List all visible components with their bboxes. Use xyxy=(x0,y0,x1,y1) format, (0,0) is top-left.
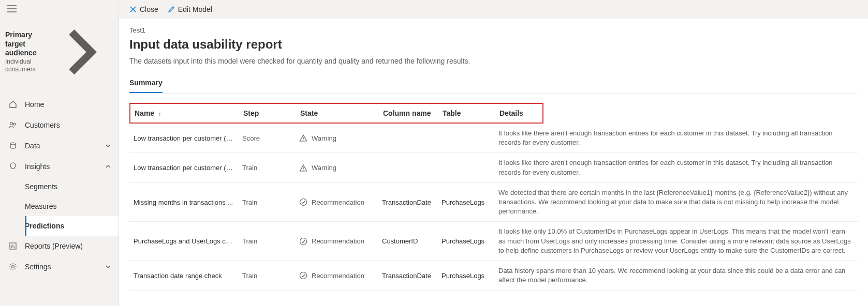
report-table: Name ↑ Step State Column name Table Deta… xyxy=(129,103,858,290)
cell-state: Warning xyxy=(295,159,378,177)
audience-title: Primary target audience xyxy=(5,30,52,58)
table-row[interactable]: Low transaction per customer (s...Score … xyxy=(129,124,858,153)
edit-model-button[interactable]: Edit Model xyxy=(168,5,212,13)
nav-home[interactable]: Home xyxy=(0,94,119,115)
col-header-column-name[interactable]: Column name xyxy=(379,104,438,123)
page-description: The datasets input into this model were … xyxy=(129,57,858,65)
breadcrumb: Test1 xyxy=(129,26,858,34)
cell-name: Low transaction per customer (s... xyxy=(129,159,238,177)
state-text: Recommendation xyxy=(312,198,364,206)
close-label: Close xyxy=(140,5,158,13)
gear-icon xyxy=(8,262,18,271)
chevron-right-icon xyxy=(52,22,111,82)
main: Close Edit Model Test1 Input data usabil… xyxy=(119,0,868,306)
cell-details: It looks like there aren't enough transa… xyxy=(494,124,858,152)
cell-details: It looks like there aren't enough transa… xyxy=(494,153,858,182)
cell-step: Train xyxy=(238,159,295,177)
check-circle-icon xyxy=(299,271,307,280)
edit-icon xyxy=(168,6,175,13)
nav-reports[interactable]: Reports (Preview) xyxy=(0,236,119,256)
close-button[interactable]: Close xyxy=(129,5,158,13)
cell-table xyxy=(437,163,494,173)
svg-point-9 xyxy=(300,272,307,279)
cell-name: PurchaseLogs and UserLogs cus... xyxy=(129,232,238,250)
tab-summary[interactable]: Summary xyxy=(129,74,163,93)
cell-column-name xyxy=(378,163,437,173)
cell-state: Recommendation xyxy=(295,232,378,251)
svg-point-2 xyxy=(10,143,16,145)
nav-customers[interactable]: Customers xyxy=(0,115,119,135)
cell-details: Data history spans more than 10 years. W… xyxy=(494,261,858,290)
nav-measures[interactable]: Measures xyxy=(25,196,119,216)
nav-home-label: Home xyxy=(25,100,111,109)
cell-column-name: TransactionDate xyxy=(378,193,437,211)
col-header-table[interactable]: Table xyxy=(438,104,495,123)
table-row[interactable]: Transaction date range checkTrain Recomm… xyxy=(129,261,858,290)
table-row[interactable]: Missing months in transactions ...Train … xyxy=(129,183,858,222)
close-icon xyxy=(129,6,137,13)
svg-point-4 xyxy=(12,266,14,268)
home-icon xyxy=(8,100,18,109)
col-header-details[interactable]: Details xyxy=(495,104,527,123)
nav-insights[interactable]: Insights xyxy=(0,156,119,177)
sidebar: Primary target audience Individual consu… xyxy=(0,0,119,306)
nav-predictions[interactable]: Predictions xyxy=(25,216,119,236)
svg-point-5 xyxy=(303,140,303,140)
hamburger-icon xyxy=(7,5,17,12)
svg-point-1 xyxy=(13,123,16,125)
cell-details: It looks like only 10.0% of CustomerIDs … xyxy=(494,222,858,261)
svg-point-8 xyxy=(300,238,307,244)
svg-point-6 xyxy=(303,170,303,170)
col-header-step[interactable]: Step xyxy=(239,104,296,123)
cell-column-name xyxy=(378,133,437,143)
nav-segments[interactable]: Segments xyxy=(25,177,119,196)
nav: Home Customers Data Insights xyxy=(0,89,119,277)
cell-step: Score xyxy=(238,129,295,147)
cell-column-name: TransactionDate xyxy=(378,267,437,285)
state-text: Recommendation xyxy=(312,272,364,280)
cell-table: PurchaseLogs xyxy=(437,193,494,211)
audience-selector[interactable]: Primary target audience Individual consu… xyxy=(0,19,119,89)
customers-icon xyxy=(8,120,18,130)
table-row[interactable]: PurchaseLogs and UserLogs cus...Train Re… xyxy=(129,222,858,261)
hamburger-menu[interactable] xyxy=(0,3,119,19)
col-header-name[interactable]: Name ↑ xyxy=(130,104,239,123)
toolbar: Close Edit Model xyxy=(119,0,868,19)
tabs: Summary xyxy=(129,74,858,94)
table-row[interactable]: Low transaction per customer (s...Train … xyxy=(129,153,858,182)
nav-segments-label: Segments xyxy=(25,182,111,191)
nav-reports-label: Reports (Preview) xyxy=(25,242,111,250)
cell-table xyxy=(437,133,494,143)
nav-data[interactable]: Data xyxy=(0,135,119,156)
sort-asc-icon: ↑ xyxy=(158,111,161,117)
state-text: Warning xyxy=(312,164,336,172)
chevron-down-icon xyxy=(105,264,111,270)
nav-settings-label: Settings xyxy=(25,263,105,271)
cell-step: Train xyxy=(238,193,295,211)
edit-model-label: Edit Model xyxy=(178,5,212,13)
svg-point-0 xyxy=(10,123,13,125)
cell-name: Missing months in transactions ... xyxy=(129,193,238,211)
nav-settings[interactable]: Settings xyxy=(0,256,119,277)
data-icon xyxy=(8,141,18,150)
table-body: Low transaction per customer (s...Score … xyxy=(129,124,858,290)
nav-predictions-label: Predictions xyxy=(25,222,111,230)
warning-icon xyxy=(299,134,307,142)
check-circle-icon xyxy=(299,198,307,206)
cell-step: Train xyxy=(238,232,295,250)
cell-column-name: CustomerID xyxy=(378,232,437,250)
cell-table: PurchaseLogs xyxy=(437,267,494,285)
check-circle-icon xyxy=(299,237,307,246)
cell-step: Train xyxy=(238,267,295,285)
cell-details: We detected that there are certain month… xyxy=(494,183,858,222)
table-header-highlight: Name ↑ Step State Column name Table Deta… xyxy=(129,103,543,124)
nav-measures-label: Measures xyxy=(25,202,111,210)
col-header-state[interactable]: State xyxy=(296,104,379,123)
nav-insights-label: Insights xyxy=(25,162,105,171)
cell-name: Transaction date range check xyxy=(129,267,238,285)
chevron-up-icon xyxy=(105,163,111,170)
cell-name: Low transaction per customer (s... xyxy=(129,129,238,147)
reports-icon xyxy=(8,241,18,251)
cell-state: Recommendation xyxy=(295,266,378,285)
page-title: Input data usability report xyxy=(129,37,858,52)
